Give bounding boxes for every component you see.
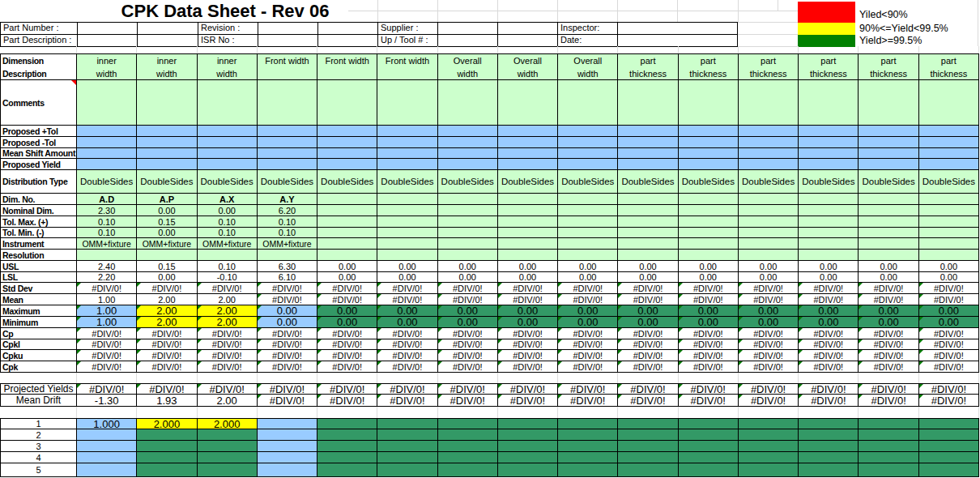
cell-resolution-c9[interactable] xyxy=(558,250,618,261)
cell-std-dev-c12[interactable]: #DIV/0! xyxy=(739,283,799,294)
cell-usl-c14[interactable]: 0.00 xyxy=(859,261,918,272)
cell-maximum-c11[interactable]: 0.00 xyxy=(679,305,739,317)
cell-cp-c6[interactable]: #DIV/0! xyxy=(377,328,437,339)
row-label-instrument[interactable]: Instrument xyxy=(0,238,77,250)
cell-maximum-c5[interactable]: 0.00 xyxy=(317,305,377,317)
cell-std-dev-c6[interactable]: #DIV/0! xyxy=(377,283,437,294)
cell-sample-4-c2[interactable] xyxy=(137,452,197,463)
cell-sample-2-c8[interactable] xyxy=(498,429,558,441)
cell-resolution-c1[interactable] xyxy=(77,250,137,261)
cell-projected-yields-c15[interactable]: #DIV/0! xyxy=(919,383,979,395)
cell-sample-1-c7[interactable] xyxy=(438,418,498,429)
cell-tol-min-c10[interactable] xyxy=(618,228,678,238)
cell-resolution-c14[interactable] xyxy=(859,250,918,261)
row-label-nominal-dim[interactable]: Nominal Dim. xyxy=(0,205,77,216)
cell-proposed-plus-tol-c8[interactable] xyxy=(498,126,558,137)
cell-sample-3-c3[interactable] xyxy=(198,441,258,452)
cell-mean-drift-c6[interactable]: #DIV/0! xyxy=(377,395,437,407)
cell-resolution-c3[interactable] xyxy=(198,250,258,261)
cell-cpkl-c10[interactable]: #DIV/0! xyxy=(618,339,678,350)
cell-sample-1-c1[interactable]: 1.000 xyxy=(77,418,137,429)
cell-cpku-c8[interactable]: #DIV/0! xyxy=(498,350,558,361)
cell-tol-min-c4[interactable]: 0.10 xyxy=(258,228,317,238)
cell-cpk-c1[interactable]: #DIV/0! xyxy=(77,361,137,373)
cell-dim-no-c10[interactable] xyxy=(618,194,678,205)
cell-instrument-c2[interactable]: OMM+fixture xyxy=(137,238,197,250)
up-tool-label[interactable]: Up / Tool # : xyxy=(378,35,438,46)
cell-resolution-c4[interactable] xyxy=(258,250,317,261)
cell-usl-c4[interactable]: 6.30 xyxy=(258,261,317,272)
cell-std-dev-c8[interactable]: #DIV/0! xyxy=(498,283,558,294)
row-label-maximum[interactable]: Maximum xyxy=(0,305,77,317)
cell-sample-5-c14[interactable] xyxy=(859,463,918,477)
cell-tol-min-c8[interactable] xyxy=(498,228,558,238)
cell-tol-min-c9[interactable] xyxy=(558,228,618,238)
cell-dimension-description-c4[interactable]: Front width xyxy=(258,53,317,80)
cell-mean-shift-amount-c15[interactable] xyxy=(919,148,979,159)
cell-dimension-description-c7[interactable]: Overall width xyxy=(438,53,498,80)
cell-usl-c5[interactable]: 0.00 xyxy=(317,261,377,272)
cell-lsl-c10[interactable]: 0.00 xyxy=(618,272,678,283)
cell-std-dev-c2[interactable]: #DIV/0! xyxy=(137,283,197,294)
cell-proposed-minus-tol-c6[interactable] xyxy=(377,137,437,148)
cell-sample-4-c12[interactable] xyxy=(739,452,799,463)
date-value[interactable] xyxy=(618,35,737,46)
row-label-dim-no[interactable]: Dim. No. xyxy=(0,194,77,205)
cell-resolution-c11[interactable] xyxy=(679,250,739,261)
cell-maximum-c9[interactable]: 0.00 xyxy=(558,305,618,317)
cell-sample-2-c4[interactable] xyxy=(258,429,317,441)
cell-maximum-c12[interactable]: 0.00 xyxy=(739,305,799,317)
cell-sample-2-c6[interactable] xyxy=(377,429,437,441)
cell-comments-c1[interactable] xyxy=(77,80,137,126)
cell-std-dev-c5[interactable]: #DIV/0! xyxy=(317,283,377,294)
cell-instrument-c7[interactable] xyxy=(438,238,498,250)
cell-maximum-c15[interactable]: 0.00 xyxy=(919,305,979,317)
cell-sample-5-c5[interactable] xyxy=(317,463,377,477)
cell-distribution-type-c10[interactable]: DoubleSides xyxy=(618,170,678,194)
cell-proposed-yield-c10[interactable] xyxy=(618,159,678,170)
cell-instrument-c5[interactable] xyxy=(317,238,377,250)
cell-sample-2-c13[interactable] xyxy=(799,429,859,441)
cell-tol-max-c9[interactable] xyxy=(558,216,618,228)
cell-proposed-yield-c12[interactable] xyxy=(739,159,799,170)
cell-tol-max-c12[interactable] xyxy=(739,216,799,228)
cell-distribution-type-c12[interactable]: DoubleSides xyxy=(739,170,799,194)
cell-dim-no-c5[interactable] xyxy=(317,194,377,205)
cell-instrument-c12[interactable] xyxy=(739,238,799,250)
cell-sample-2-c15[interactable] xyxy=(919,429,979,441)
cell-cpk-c6[interactable]: #DIV/0! xyxy=(377,361,437,373)
cell-dimension-description-c8[interactable]: Overall width xyxy=(498,53,558,80)
cell-sample-5-c1[interactable] xyxy=(77,463,137,477)
cell-usl-c2[interactable]: 0.15 xyxy=(137,261,197,272)
cell-std-dev-c13[interactable]: #DIV/0! xyxy=(799,283,859,294)
cell-lsl-c11[interactable]: 0.00 xyxy=(679,272,739,283)
cell-projected-yields-c3[interactable]: #DIV/0! xyxy=(198,383,258,395)
cell-sample-4-c9[interactable] xyxy=(558,452,618,463)
isr-no-label[interactable]: ISR No : xyxy=(198,35,258,46)
cell-mean-shift-amount-c10[interactable] xyxy=(618,148,678,159)
cell-resolution-c12[interactable] xyxy=(739,250,799,261)
cell-instrument-c14[interactable] xyxy=(859,238,918,250)
cell-instrument-c9[interactable] xyxy=(558,238,618,250)
cell-dim-no-c14[interactable] xyxy=(859,194,918,205)
cell-cpk-c13[interactable]: #DIV/0! xyxy=(799,361,859,373)
cell-cpku-c13[interactable]: #DIV/0! xyxy=(799,350,859,361)
cell-comments-c2[interactable] xyxy=(137,80,197,126)
row-label-distribution-type[interactable]: Distribution Type xyxy=(0,170,77,194)
cell-cp-c5[interactable]: #DIV/0! xyxy=(317,328,377,339)
cell-minimum-c10[interactable]: 0.00 xyxy=(618,317,678,328)
cell-dimension-description-c2[interactable]: inner width xyxy=(137,53,197,80)
cell-distribution-type-c2[interactable]: DoubleSides xyxy=(137,170,197,194)
cell-tol-min-c3[interactable]: 0.10 xyxy=(198,228,258,238)
cell-proposed-plus-tol-c6[interactable] xyxy=(377,126,437,137)
cell-tol-max-c13[interactable] xyxy=(799,216,859,228)
cell-proposed-yield-c1[interactable] xyxy=(77,159,137,170)
cell-projected-yields-c7[interactable]: #DIV/0! xyxy=(438,383,498,395)
cell-cpkl-c12[interactable]: #DIV/0! xyxy=(739,339,799,350)
cell-dimension-description-c5[interactable]: Front width xyxy=(317,53,377,80)
cell-proposed-yield-c7[interactable] xyxy=(438,159,498,170)
cell-distribution-type-c8[interactable]: DoubleSides xyxy=(498,170,558,194)
row-label-sample-5[interactable]: 5 xyxy=(0,463,77,477)
cell-proposed-yield-c15[interactable] xyxy=(919,159,979,170)
up-tool-value[interactable] xyxy=(438,35,498,46)
